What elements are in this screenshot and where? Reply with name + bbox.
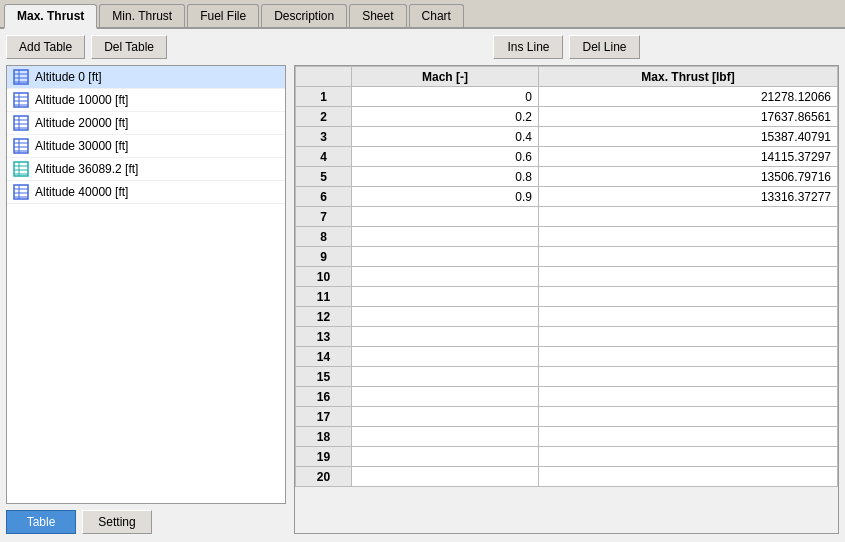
mach-value[interactable] [352,467,539,487]
thrust-value[interactable] [538,207,837,227]
row-number: 7 [296,207,352,227]
del-table-button[interactable]: Del Table [91,35,167,59]
del-line-button[interactable]: Del Line [569,35,639,59]
tabs-bar: Max. Thrust Min. Thrust Fuel File Descri… [0,0,845,29]
thrust-value[interactable] [538,267,837,287]
altitude-label: Altitude 30000 [ft] [35,139,128,153]
table-row: 60.913316.37277 [296,187,838,207]
mach-value[interactable] [352,407,539,427]
row-number: 12 [296,307,352,327]
mach-value[interactable] [352,447,539,467]
mach-value[interactable]: 0.2 [352,107,539,127]
thrust-value[interactable] [538,307,837,327]
list-item[interactable]: Altitude 20000 [ft] [7,112,285,135]
thrust-value[interactable] [538,287,837,307]
row-number: 5 [296,167,352,187]
list-item[interactable]: Altitude 0 [ft] [7,66,285,89]
row-number: 3 [296,127,352,147]
thrust-value[interactable]: 14115.37297 [538,147,837,167]
thrust-value[interactable] [538,247,837,267]
table-row: 12 [296,307,838,327]
table-icon [13,92,29,108]
thrust-value[interactable]: 13506.79716 [538,167,837,187]
thrust-value[interactable] [538,387,837,407]
thrust-value[interactable]: 13316.37277 [538,187,837,207]
row-number: 16 [296,387,352,407]
mach-value[interactable] [352,207,539,227]
table-row: 40.614115.37297 [296,147,838,167]
list-item[interactable]: Altitude 30000 [ft] [7,135,285,158]
table-icon [13,138,29,154]
mach-value[interactable] [352,427,539,447]
table-icon [13,161,29,177]
row-number: 11 [296,287,352,307]
mach-value[interactable]: 0 [352,87,539,107]
mach-value[interactable]: 0.8 [352,167,539,187]
row-number: 14 [296,347,352,367]
table-row: 20 [296,467,838,487]
tab-chart[interactable]: Chart [409,4,464,27]
thrust-value[interactable] [538,447,837,467]
row-number: 19 [296,447,352,467]
tab-sheet[interactable]: Sheet [349,4,406,27]
row-number: 2 [296,107,352,127]
table-row: 20.217637.86561 [296,107,838,127]
table-row: 16 [296,387,838,407]
mach-value[interactable] [352,367,539,387]
tab-fuel-file[interactable]: Fuel File [187,4,259,27]
list-item[interactable]: Altitude 10000 [ft] [7,89,285,112]
altitude-label: Altitude 0 [ft] [35,70,102,84]
table-row: 17 [296,407,838,427]
tab-min-thrust[interactable]: Min. Thrust [99,4,185,27]
row-number: 6 [296,187,352,207]
table-row: 9 [296,247,838,267]
row-number: 1 [296,87,352,107]
thrust-value[interactable] [538,227,837,247]
table-button[interactable]: Table [6,510,76,534]
row-number: 9 [296,247,352,267]
mach-value[interactable]: 0.9 [352,187,539,207]
list-item[interactable]: Altitude 36089.2 [ft] [7,158,285,181]
mach-value[interactable] [352,227,539,247]
mach-value[interactable] [352,347,539,367]
thrust-value[interactable] [538,407,837,427]
thrust-value[interactable]: 21278.12066 [538,87,837,107]
altitude-label: Altitude 10000 [ft] [35,93,128,107]
mach-value[interactable] [352,287,539,307]
col-header-num [296,67,352,87]
mach-value[interactable] [352,327,539,347]
ins-line-button[interactable]: Ins Line [493,35,563,59]
table-icon [13,69,29,85]
row-number: 8 [296,227,352,247]
data-table-wrapper: Mach [-] Max. Thrust [lbf] 1021278.12066… [294,65,839,534]
table-row: 30.415387.40791 [296,127,838,147]
setting-button[interactable]: Setting [82,510,152,534]
mach-value[interactable] [352,307,539,327]
add-table-button[interactable]: Add Table [6,35,85,59]
row-number: 13 [296,327,352,347]
tab-description[interactable]: Description [261,4,347,27]
mach-value[interactable]: 0.6 [352,147,539,167]
thrust-value[interactable]: 15387.40791 [538,127,837,147]
col-header-thrust: Max. Thrust [lbf] [538,67,837,87]
mach-value[interactable] [352,247,539,267]
thrust-value[interactable] [538,347,837,367]
thrust-value[interactable] [538,467,837,487]
table-row: 10 [296,267,838,287]
table-row: 7 [296,207,838,227]
thrust-value[interactable] [538,327,837,347]
mach-value[interactable]: 0.4 [352,127,539,147]
tab-max-thrust[interactable]: Max. Thrust [4,4,97,29]
thrust-value[interactable] [538,367,837,387]
mach-value[interactable] [352,267,539,287]
table-row: 50.813506.79716 [296,167,838,187]
list-item[interactable]: Altitude 40000 [ft] [7,181,285,204]
col-header-mach: Mach [-] [352,67,539,87]
row-number: 18 [296,427,352,447]
table-row: 8 [296,227,838,247]
thrust-value[interactable]: 17637.86561 [538,107,837,127]
thrust-value[interactable] [538,427,837,447]
row-number: 4 [296,147,352,167]
table-icon [13,115,29,131]
mach-value[interactable] [352,387,539,407]
